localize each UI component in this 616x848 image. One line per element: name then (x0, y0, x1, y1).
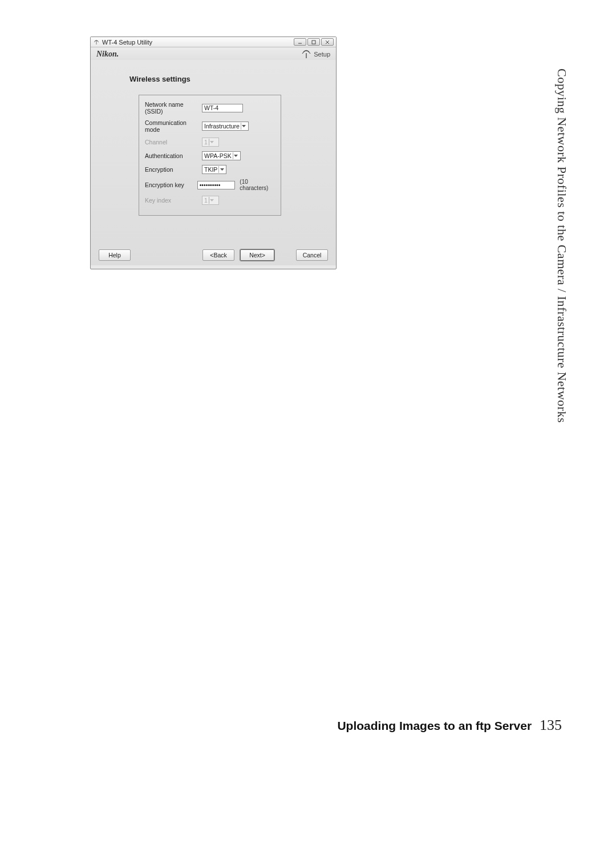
commmode-select[interactable]: Infrastructure (202, 122, 249, 131)
svg-rect-1 (312, 41, 315, 44)
commmode-label: Communication mode (145, 119, 202, 133)
encryption-label: Encryption (145, 166, 202, 173)
encryption-select[interactable]: TKIP (202, 165, 226, 174)
keyindex-select: 1 (202, 196, 219, 205)
enckey-label: Encryption key (145, 181, 197, 188)
maximize-button[interactable] (307, 38, 320, 46)
chevron-down-icon (233, 152, 239, 159)
chevron-down-icon (209, 197, 215, 204)
channel-value: 1 (204, 139, 208, 146)
encryption-value: TKIP (204, 166, 217, 173)
footer-section-title: Uploading Images to an ftp Server (337, 719, 532, 732)
dialog-button-row: Help <Back Next> Cancel (91, 245, 336, 265)
cancel-button[interactable]: Cancel (296, 249, 328, 261)
section-heading: Wireless settings (129, 75, 325, 83)
chevron-down-icon (241, 123, 247, 130)
section-side-label: Copying Network Profiles to the Camera /… (554, 68, 569, 423)
window-title: WT-4 Setup Utility (102, 39, 294, 46)
channel-select: 1 (202, 138, 219, 147)
brand-logo: Nikon. (96, 50, 119, 59)
antenna-icon (93, 39, 100, 46)
back-button[interactable]: <Back (202, 249, 234, 261)
page-footer: Uploading Images to an ftp Server 135 (337, 717, 562, 734)
next-button[interactable]: Next> (240, 249, 274, 261)
dialog-content: Wireless settings Network name (SSID) WT… (91, 60, 336, 265)
titlebar: WT-4 Setup Utility (91, 37, 336, 47)
footer-page-number: 135 (540, 717, 562, 733)
chevron-down-icon (218, 166, 225, 173)
setup-label: Setup (314, 51, 330, 58)
auth-value: WPA-PSK (204, 152, 232, 159)
enckey-input[interactable]: •••••••••• (197, 181, 236, 189)
antenna-setup-icon (301, 50, 312, 59)
keyindex-value: 1 (204, 197, 208, 204)
close-button[interactable] (321, 38, 334, 46)
setup-dialog: WT-4 Setup Utility Nikon. (90, 37, 337, 269)
wireless-settings-form: Network name (SSID) WT-4 Communication m… (139, 95, 281, 216)
chevron-down-icon (209, 139, 215, 146)
commmode-value: Infrastructure (204, 123, 240, 130)
keyindex-label: Key index (145, 197, 202, 204)
enckey-hint: (10 characters) (240, 179, 275, 191)
ssid-input[interactable]: WT-4 (202, 104, 243, 112)
auth-label: Authentication (145, 152, 202, 159)
setup-logo: Setup (301, 50, 330, 59)
minimize-button[interactable] (294, 38, 306, 46)
auth-select[interactable]: WPA-PSK (202, 151, 241, 160)
brand-row: Nikon. Setup (91, 47, 336, 60)
ssid-label: Network name (SSID) (145, 101, 202, 115)
help-button[interactable]: Help (99, 249, 131, 261)
channel-label: Channel (145, 139, 202, 146)
